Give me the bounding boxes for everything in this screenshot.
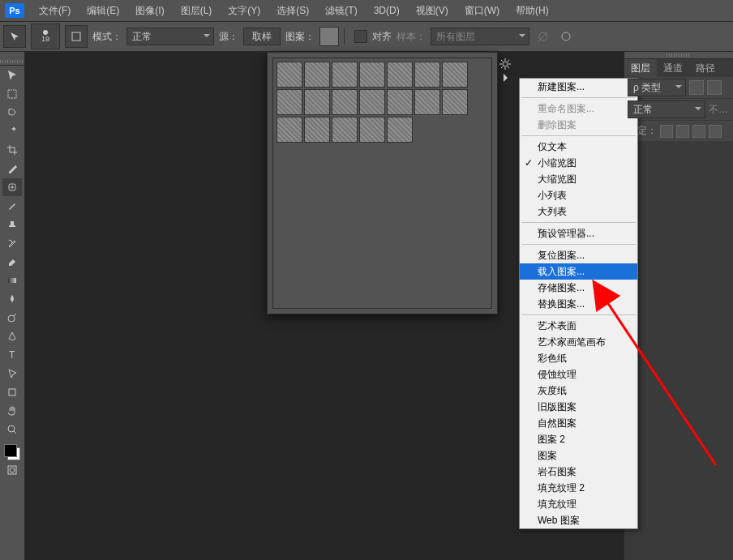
- pattern-thumb[interactable]: [332, 117, 358, 143]
- lock-image-icon[interactable]: [676, 125, 689, 138]
- menu-help[interactable]: 帮助(H): [508, 4, 557, 18]
- pattern-thumb[interactable]: [387, 62, 413, 88]
- pattern-thumb[interactable]: [332, 62, 358, 88]
- menu-window[interactable]: 窗口(W): [457, 4, 508, 18]
- menu-view[interactable]: 视图(V): [408, 4, 457, 18]
- menu-small-thumb[interactable]: 小缩览图: [520, 155, 637, 171]
- menu-preset-grayscale[interactable]: 灰度纸: [520, 383, 637, 399]
- menu-preset-color-paper[interactable]: 彩色纸: [520, 350, 637, 366]
- menu-preset-patterns[interactable]: 图案: [520, 447, 637, 464]
- pattern-thumb[interactable]: [304, 89, 330, 115]
- menu-large-thumb[interactable]: 大缩览图: [520, 171, 637, 187]
- menu-preset-legacy[interactable]: 旧版图案: [520, 399, 637, 415]
- type-tool[interactable]: T: [2, 346, 22, 364]
- brush-size-picker[interactable]: 19: [31, 24, 60, 49]
- menu-image[interactable]: 图像(I): [127, 4, 172, 18]
- menu-type[interactable]: 文字(Y): [220, 4, 268, 18]
- crop-tool[interactable]: [2, 141, 22, 159]
- pattern-thumb[interactable]: [387, 117, 413, 143]
- history-brush-tool[interactable]: [2, 234, 22, 252]
- menu-preset-patterns2[interactable]: 图案 2: [520, 431, 637, 447]
- lock-all-icon[interactable]: [709, 125, 722, 138]
- lock-transparency-icon[interactable]: [660, 125, 673, 138]
- pattern-thumb[interactable]: [414, 62, 440, 88]
- color-swatches[interactable]: [4, 444, 20, 460]
- blur-tool[interactable]: [2, 290, 22, 308]
- brush-tool[interactable]: [2, 197, 22, 215]
- pattern-thumb[interactable]: [304, 117, 330, 143]
- brush-panel-button[interactable]: [65, 25, 88, 48]
- menu-save-patterns[interactable]: 存储图案...: [520, 280, 637, 296]
- marquee-tool[interactable]: [2, 85, 22, 103]
- sample-select[interactable]: 所有图层: [431, 28, 529, 45]
- pattern-thumb[interactable]: [276, 117, 302, 143]
- menu-preset-nature[interactable]: 自然图案: [520, 415, 637, 431]
- ignore-adjustment-icon[interactable]: [534, 28, 552, 45]
- gear-icon[interactable]: [499, 58, 512, 71]
- tab-channels[interactable]: 通道: [657, 59, 689, 77]
- menu-replace-patterns[interactable]: 替换图案...: [520, 296, 637, 312]
- pattern-thumb[interactable]: [442, 89, 468, 115]
- align-checkbox[interactable]: [354, 30, 367, 43]
- pattern-thumb[interactable]: [276, 62, 302, 88]
- menu-filter[interactable]: 滤镜(T): [317, 4, 365, 18]
- menu-preset-erosion[interactable]: 侵蚀纹理: [520, 366, 637, 383]
- eraser-tool[interactable]: [2, 253, 22, 271]
- flyout-triangle-icon[interactable]: [504, 74, 512, 82]
- tool-preset-button[interactable]: [3, 25, 26, 48]
- lasso-tool[interactable]: [2, 104, 22, 122]
- mode-select[interactable]: 正常: [126, 28, 214, 45]
- filter-pixel-icon[interactable]: [689, 80, 704, 95]
- gradient-tool[interactable]: [2, 271, 22, 289]
- menu-preset-web[interactable]: Web 图案: [520, 512, 637, 528]
- pattern-thumb[interactable]: [359, 62, 385, 88]
- tab-paths[interactable]: 路径: [689, 59, 722, 77]
- move-tool[interactable]: [2, 66, 22, 84]
- hand-tool[interactable]: [2, 402, 22, 420]
- menu-small-list[interactable]: 小列表: [520, 187, 637, 203]
- quick-mask-button[interactable]: [2, 461, 22, 479]
- menu-3d[interactable]: 3D(D): [366, 5, 408, 16]
- stamp-tool[interactable]: [2, 216, 22, 233]
- pressure-icon[interactable]: [557, 28, 575, 45]
- path-select-tool[interactable]: [2, 365, 22, 383]
- pattern-thumb[interactable]: [414, 89, 440, 115]
- menu-edit[interactable]: 编辑(E): [79, 4, 127, 18]
- menu-preset-manager[interactable]: 预设管理器...: [520, 225, 637, 242]
- shape-tool[interactable]: [2, 383, 22, 401]
- pattern-swatch[interactable]: [319, 27, 339, 46]
- tab-layers[interactable]: 图层: [624, 59, 657, 77]
- pattern-thumb[interactable]: [304, 62, 330, 88]
- healing-brush-tool[interactable]: [2, 178, 22, 196]
- menu-reset-patterns[interactable]: 复位图案...: [520, 247, 637, 263]
- menu-preset-rock[interactable]: 岩石图案: [520, 464, 637, 480]
- menu-preset-texture2[interactable]: 填充纹理 2: [520, 480, 637, 496]
- menu-new-pattern[interactable]: 新建图案...: [520, 79, 637, 95]
- wand-tool[interactable]: [2, 122, 22, 140]
- dodge-tool[interactable]: [2, 309, 22, 327]
- menu-large-list[interactable]: 大列表: [520, 203, 637, 220]
- pattern-thumb[interactable]: [332, 89, 358, 115]
- menu-select[interactable]: 选择(S): [268, 4, 317, 18]
- menu-preset-artist-brushes[interactable]: 艺术家画笔画布: [520, 334, 637, 350]
- opacity-label: 不…: [709, 103, 728, 117]
- lock-position-icon[interactable]: [692, 125, 705, 138]
- menu-preset-texture[interactable]: 填充纹理: [520, 496, 637, 512]
- pattern-thumb[interactable]: [387, 89, 413, 115]
- eyedropper-tool[interactable]: [2, 160, 22, 177]
- filter-adjust-icon[interactable]: [707, 80, 722, 95]
- menu-preset-art-surfaces[interactable]: 艺术表面: [520, 318, 637, 334]
- source-sample-button[interactable]: 取样: [243, 28, 281, 45]
- zoom-tool[interactable]: [2, 421, 22, 438]
- pen-tool[interactable]: [2, 327, 22, 345]
- menu-load-patterns[interactable]: 载入图案...: [520, 263, 637, 280]
- menu-layer[interactable]: 图层(L): [173, 4, 221, 18]
- pattern-thumb[interactable]: [442, 62, 468, 88]
- blend-mode-select[interactable]: 正常: [628, 100, 705, 118]
- pattern-thumb[interactable]: [359, 117, 385, 143]
- menu-file[interactable]: 文件(F): [31, 4, 79, 18]
- layer-kind-select[interactable]: ρ 类型: [628, 79, 686, 96]
- pattern-thumb[interactable]: [276, 89, 302, 115]
- menu-text-only[interactable]: 仅文本: [520, 139, 637, 155]
- pattern-thumb[interactable]: [359, 89, 385, 115]
